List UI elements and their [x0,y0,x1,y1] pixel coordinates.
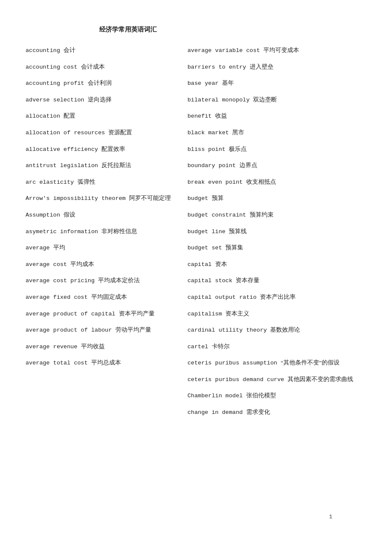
term-zh: 平均可变成本 [263,47,299,53]
left-term-item: accounting profit 会计利润 [26,78,179,88]
right-term-item: boundary point 边界点 [187,161,366,171]
term-zh: 平均成本定价法 [98,277,140,283]
page-number: 1 [329,514,332,520]
left-term-item: average total cost 平均总成本 [26,358,179,368]
term-zh: 逆向选择 [88,96,112,103]
left-term-item: average 平均 [26,243,179,253]
term-en: average fixed cost [26,294,88,301]
term-zh: 预算约束 [250,211,274,218]
term-zh: 劳动平均产量 [115,327,151,333]
right-term-item: bliss point 极乐点 [187,145,366,154]
term-zh: 资本存量 [236,277,259,283]
left-term-item: average cost 平均成本 [26,260,179,269]
term-zh: 配置 [63,113,75,119]
right-column: average variable cost 平均可变成本barriers to … [179,46,366,424]
term-en: bilateral monopoly [187,97,250,103]
left-term-item: Assumption 假设 [26,210,179,220]
left-term-item: average cost pricing 平均成本定价法 [26,276,179,286]
term-zh: 平均成本 [70,261,94,267]
left-term-item: allocative efficiency 配置效率 [26,145,179,154]
term-en: capitalism [187,311,222,317]
left-term-item: adverse selection 逆向选择 [26,95,179,105]
left-term-item: accounting 会计 [26,46,179,55]
right-term-item: capitalism 资本主义 [187,309,366,319]
right-term-item: break even point 收支相抵点 [187,177,366,187]
left-term-item: antitrust legislation 反托拉斯法 [26,161,179,171]
left-term-item: average product of labour 劳动平均产量 [26,325,179,335]
left-column: accounting 会计accounting cost 会计成本account… [26,46,179,375]
term-en: budget line [187,228,225,235]
term-en: accounting profit [26,80,84,87]
term-zh: 非对称性信息 [101,228,137,234]
term-zh: 平均总成本 [91,359,121,366]
term-en: allocation of resources [26,130,105,136]
term-en: allocation [26,113,60,119]
term-en: accounting cost [26,64,78,70]
term-en: antitrust legislation [26,162,98,169]
term-en: black market [187,130,229,136]
right-term-item: bilateral monopoly 双边垄断 [187,95,366,105]
term-zh: 收益 [215,113,227,119]
term-zh: 需求变化 [246,409,270,415]
term-en: budget [187,195,208,202]
term-en: change in demand [187,409,243,416]
term-en: accounting [26,47,60,54]
right-term-item: cardinal utility theory 基数效用论 [187,325,366,335]
page-title: 经济学常用英语词汇 [26,26,366,34]
term-zh: 平均固定成本 [91,294,127,300]
term-zh: 资本主义 [225,310,249,317]
left-term-item: average fixed cost 平均固定成本 [26,292,179,302]
term-en: Assumption [26,212,60,218]
left-term-item: Arrow's impossibility theorem 阿罗不可能定理 [26,194,179,203]
term-en: boundary point [187,162,236,169]
right-term-item: budget 预算 [187,194,366,203]
right-term-item: budget constraint 预算约束 [187,210,366,220]
term-zh: 平均 [53,244,65,251]
term-en: capital output ratio [187,294,257,301]
right-term-item: capital 资本 [187,260,366,269]
term-zh: “其他条件不变”的假设 [281,359,340,366]
term-en: bliss point [187,146,225,153]
left-term-item: asymetric information 非对称性信息 [26,227,179,237]
term-en: average cost pricing [26,278,95,284]
term-en: Chamberlin model [187,393,243,399]
term-en: asymetric information [26,228,98,235]
term-en: average [26,245,50,251]
term-en: budget constraint [187,212,246,218]
right-term-item: black market 黑市 [187,128,366,138]
right-term-item: ceteris puribus assumption “其他条件不变”的假设 [187,358,366,368]
term-zh: 张伯伦模型 [246,392,276,399]
term-en: break even point [187,179,243,185]
term-zh: 进入壁垒 [250,64,274,70]
left-term-item: average product of capital 资本平均产量 [26,309,179,319]
term-zh: 黑市 [232,129,244,136]
term-en: base year [187,80,219,87]
term-zh: 资本平均产量 [119,310,155,317]
term-en: cartel [187,344,208,350]
term-en: capital [187,261,212,268]
term-zh: 会计利润 [88,80,112,86]
left-term-item: average revenue 平均收益 [26,342,179,352]
term-zh: 会计 [63,47,75,53]
term-zh: 极乐点 [229,146,247,152]
term-zh: 资源配置 [108,129,132,136]
right-term-item: benefit 收益 [187,111,366,121]
term-zh: 平均收益 [81,343,105,350]
right-term-item: ceteris puribus demand curve 其他因素不变的需求曲线 [187,375,366,384]
right-term-item: barriers to entry 进入壁垒 [187,62,366,72]
right-term-item: budget set 预算集 [187,243,366,253]
term-en: cardinal utility theory [187,327,267,333]
term-en: arc elasticity [26,179,74,185]
page-container: 经济学常用英语词汇 accounting 会计accounting cost 会… [26,26,366,424]
term-en: benefit [187,113,212,119]
term-zh: 边界点 [239,162,257,168]
term-zh: 会计成本 [81,64,105,70]
right-term-item: Chamberlin model 张伯伦模型 [187,391,366,401]
term-en: average cost [26,261,67,268]
term-en: budget set [187,245,222,251]
term-zh: 预算线 [229,228,247,234]
right-term-item: base year 基年 [187,78,366,88]
term-zh: 阿罗不可能定理 [129,195,171,201]
term-zh: 其他因素不变的需求曲线 [288,376,353,382]
term-zh: 收支相抵点 [246,179,276,185]
